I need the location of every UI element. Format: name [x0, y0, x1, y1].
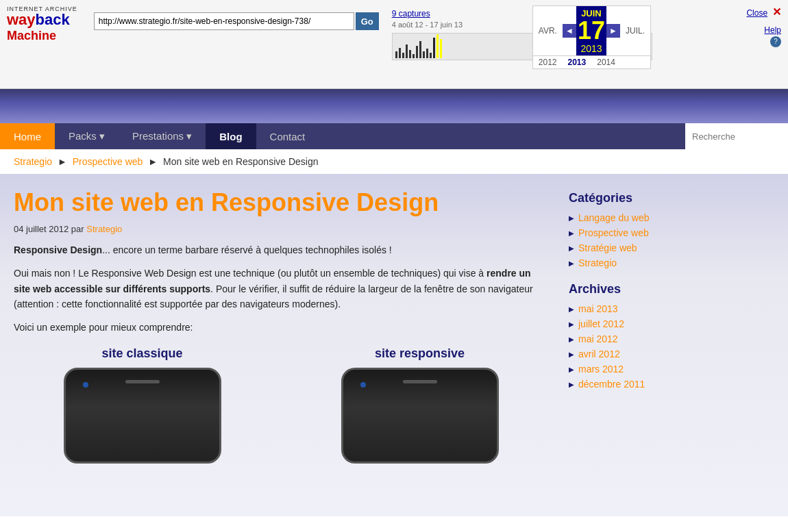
demo-classic-title: site classique — [14, 346, 271, 361]
captures-range: 4 août 12 - 17 juin 13 — [392, 21, 463, 29]
help-button[interactable]: Help — [746, 25, 781, 35]
intro-rest: ... encore un terme barbare réservé à qu… — [102, 244, 392, 255]
cal-year-2014[interactable]: 2014 — [591, 56, 621, 68]
cal-year-2013[interactable]: 2013 — [563, 56, 592, 68]
help-icon: ? — [770, 36, 781, 47]
example-text: Voici un exemple pour mieux comprendre: — [14, 322, 193, 333]
sidebar-arrow-1: ▶ — [569, 214, 574, 222]
close-help-area: Close ✕ Help ? — [746, 5, 781, 47]
sidebar-arrow-4: ▶ — [569, 259, 574, 267]
sidebar-archive-arrow-2: ▶ — [569, 320, 574, 328]
wayback-logo: INTERNET ARCHIVE wayback Machine — [7, 5, 77, 42]
article-body: Oui mais non ! Le Responsive Web Design … — [14, 266, 548, 312]
breadcrumb-arrow-1: ► — [58, 156, 67, 167]
article-author[interactable]: Strategio — [86, 224, 122, 234]
nav-contact[interactable]: Contact — [256, 123, 319, 149]
body-text-1: Oui mais non ! Le Responsive Web Design … — [14, 268, 487, 279]
cal-day-box: JUIN 17 2013 — [576, 6, 606, 55]
content-wrapper: Mon site web en Responsive Design 04 jui… — [0, 174, 788, 516]
tl-mark-1 — [395, 51, 397, 58]
sidebar-archive-arrow-5: ▶ — [569, 366, 574, 373]
tl-mark-2 — [399, 48, 401, 58]
tl-mark-highlight-2 — [436, 34, 439, 58]
sidebar-archive-5[interactable]: ▶ mars 2012 — [569, 364, 761, 375]
sidebar-archive-2[interactable]: ▶ juillet 2012 — [569, 318, 761, 329]
article-meta: 04 juillet 2012 par Strategio — [14, 224, 548, 234]
tl-mark-highlight-3 — [440, 39, 442, 58]
phone-camera-1 — [83, 382, 88, 388]
nav-prestations[interactable]: Prestations ▾ — [119, 123, 206, 149]
article-date: 04 juillet 2012 par — [14, 224, 84, 234]
sidebar-archive-1[interactable]: ▶ mai 2013 — [569, 303, 761, 314]
search-input[interactable] — [685, 123, 788, 149]
sidebar-archive-3[interactable]: ▶ mai 2012 — [569, 333, 761, 344]
article: Mon site web en Responsive Design 04 jui… — [14, 188, 548, 503]
article-intro: Responsive Design... encore un terme bar… — [14, 244, 548, 255]
breadcrumb-category[interactable]: Prospective web — [73, 156, 143, 167]
cal-year: 2013 — [578, 43, 605, 54]
wayback-url-bar: Go — [94, 12, 379, 30]
tl-mark-9 — [423, 51, 425, 58]
phone-demo-classic: site classique — [14, 346, 271, 464]
close-x-icon[interactable]: ✕ — [772, 6, 781, 18]
tl-mark-3 — [402, 53, 404, 58]
sidebar-arrow-2: ▶ — [569, 229, 574, 237]
article-title: Mon site web en Responsive Design — [14, 188, 548, 217]
tl-mark-5 — [409, 50, 411, 58]
close-button[interactable]: Close — [746, 8, 767, 18]
nav-home[interactable]: Home — [0, 123, 55, 149]
phone-mockup-classic — [64, 368, 221, 464]
tl-mark-6 — [413, 54, 415, 58]
archives-section: Archives ▶ mai 2013 ▶ juillet 2012 ▶ mai… — [569, 282, 761, 390]
cal-month-juil[interactable]: JUIL. — [620, 25, 650, 37]
sidebar: Catégories ▶ Langage du web ▶ Prospectiv… — [569, 188, 761, 503]
sidebar-archive-arrow-3: ▶ — [569, 335, 574, 343]
sidebar-archive-arrow-1: ▶ — [569, 305, 574, 313]
sidebar-cat-label-3: Stratégie web — [578, 242, 637, 253]
sidebar-archive-label-2: juillet 2012 — [578, 318, 624, 329]
wbm-logo-text: wayback Machine — [7, 12, 77, 42]
sidebar-archive-label-1: mai 2013 — [578, 303, 618, 314]
sidebar-archive-6[interactable]: ▶ décembre 2011 — [569, 379, 761, 390]
breadcrumb-arrow-2: ► — [148, 156, 158, 167]
phone-speaker-2 — [403, 380, 437, 383]
cal-header: AVR. ◄ JUIN 17 2013 ► JUIL. — [533, 6, 650, 55]
url-input[interactable] — [94, 12, 354, 30]
go-button[interactable]: Go — [356, 12, 379, 30]
sidebar-archive-4[interactable]: ▶ avril 2012 — [569, 349, 761, 359]
cal-years-row: 2012 2013 2014 — [533, 55, 650, 68]
cal-day-number: 17 — [578, 18, 605, 43]
site-header — [0, 89, 788, 123]
sidebar-archive-arrow-6: ▶ — [569, 381, 574, 388]
sidebar-category-2[interactable]: ▶ Prospective web — [569, 227, 761, 238]
calendar-widget: AVR. ◄ JUIN 17 2013 ► JUIL. 2012 2013 20… — [532, 5, 651, 69]
cal-prev-button[interactable]: ◄ — [563, 24, 576, 38]
wayback-bar: INTERNET ARCHIVE wayback Machine Go 9 ca… — [0, 0, 788, 89]
cal-month-avr[interactable]: AVR. — [533, 25, 563, 37]
nav-blog[interactable]: Blog — [206, 123, 256, 149]
machine-text: Machine — [7, 29, 56, 42]
nav-packs[interactable]: Packs ▾ — [55, 123, 119, 149]
tl-mark-4 — [406, 45, 408, 58]
breadcrumb-home[interactable]: Strategio — [14, 156, 52, 167]
tl-mark-8 — [419, 41, 421, 58]
main-nav: Home Packs ▾ Prestations ▾ Blog Contact — [0, 123, 788, 149]
sidebar-category-4[interactable]: ▶ Strategio — [569, 257, 761, 268]
categories-title: Catégories — [569, 191, 761, 205]
cal-next-button[interactable]: ► — [606, 24, 620, 38]
sidebar-cat-label-1: Langage du web — [578, 212, 650, 223]
sidebar-category-3[interactable]: ▶ Stratégie web — [569, 242, 761, 253]
sidebar-category-1[interactable]: ▶ Langage du web — [569, 212, 761, 223]
archives-title: Archives — [569, 282, 761, 296]
sidebar-archive-arrow-4: ▶ — [569, 351, 574, 358]
way-text: way — [7, 11, 36, 28]
cal-year-2012[interactable]: 2012 — [533, 56, 563, 68]
phone-camera-2 — [360, 382, 366, 388]
breadcrumb: Strategio ► Prospective web ► Mon site w… — [0, 149, 788, 174]
sidebar-archive-label-3: mai 2012 — [578, 333, 618, 344]
phone-speaker-1 — [125, 380, 160, 383]
phone-demo-responsive: site responsive — [291, 346, 548, 464]
breadcrumb-current: Mon site web en Responsive Design — [163, 156, 318, 167]
phone-demos: site classique site responsive — [14, 346, 548, 464]
sidebar-archive-label-6: décembre 2011 — [578, 379, 645, 390]
